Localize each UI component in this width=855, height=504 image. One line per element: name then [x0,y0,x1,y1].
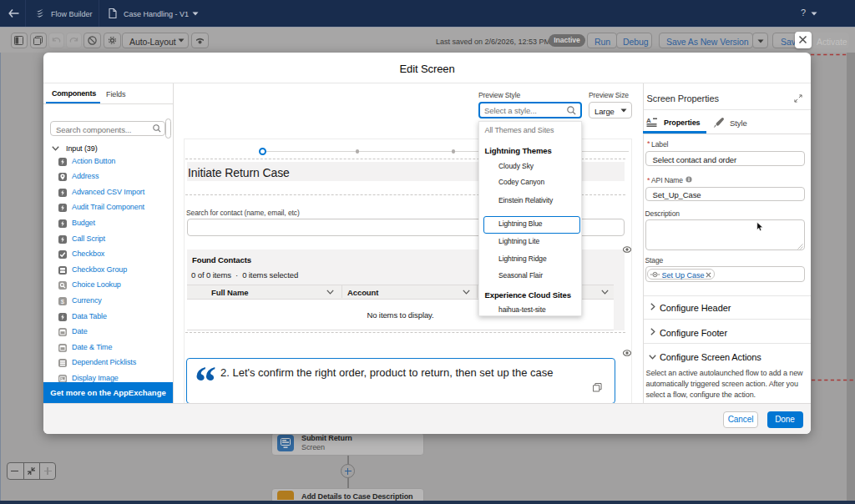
svg-text:A: A [646,117,651,124]
svg-text:$: $ [61,297,65,305]
